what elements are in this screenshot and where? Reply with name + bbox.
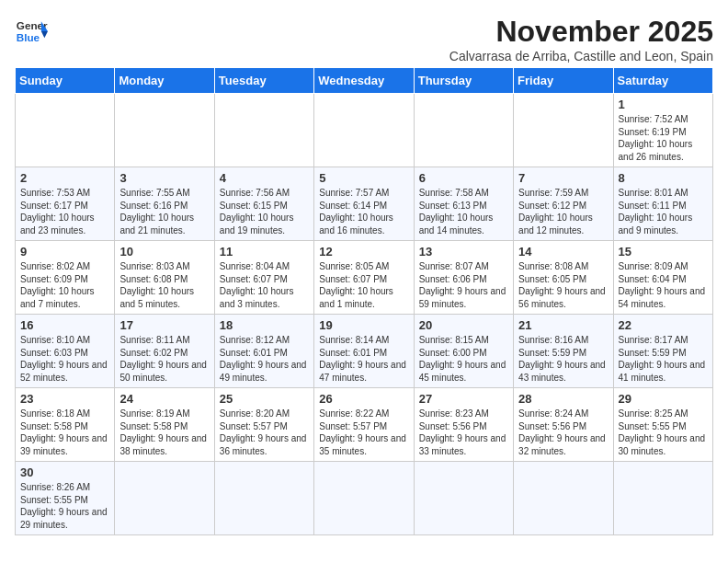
svg-marker-3 — [41, 31, 48, 38]
calendar-title: November 2025 — [449, 15, 713, 49]
day-cell: 2Sunrise: 7:53 AM Sunset: 6:17 PM Daylig… — [16, 167, 115, 241]
day-cell: 26Sunrise: 8:22 AM Sunset: 5:57 PM Dayli… — [314, 388, 414, 462]
day-cell: 27Sunrise: 8:23 AM Sunset: 5:56 PM Dayli… — [414, 388, 513, 462]
day-number: 24 — [119, 392, 209, 406]
week-row-2: 2Sunrise: 7:53 AM Sunset: 6:17 PM Daylig… — [16, 167, 713, 241]
day-info: Sunrise: 8:10 AM Sunset: 6:03 PM Dayligh… — [20, 334, 109, 384]
day-cell — [314, 94, 414, 167]
week-row-1: 1Sunrise: 7:52 AM Sunset: 6:19 PM Daylig… — [16, 94, 713, 167]
day-number: 23 — [20, 392, 109, 406]
day-cell: 7Sunrise: 7:59 AM Sunset: 6:12 PM Daylig… — [514, 167, 613, 241]
week-row-6: 30Sunrise: 8:26 AM Sunset: 5:55 PM Dayli… — [16, 462, 713, 535]
day-number: 30 — [20, 465, 109, 479]
day-info: Sunrise: 7:57 AM Sunset: 6:14 PM Dayligh… — [319, 187, 408, 236]
day-number: 15 — [619, 245, 708, 259]
column-header-sunday: Sunday — [16, 68, 115, 94]
day-info: Sunrise: 8:18 AM Sunset: 5:58 PM Dayligh… — [20, 408, 109, 457]
calendar-subtitle: Calvarrasa de Arriba, Castille and Leon,… — [449, 49, 713, 63]
day-number: 14 — [518, 245, 608, 259]
column-header-monday: Monday — [115, 68, 214, 94]
day-number: 11 — [220, 245, 309, 259]
week-row-4: 16Sunrise: 8:10 AM Sunset: 6:03 PM Dayli… — [16, 315, 713, 388]
day-info: Sunrise: 8:05 AM Sunset: 6:07 PM Dayligh… — [319, 260, 408, 310]
column-header-friday: Friday — [514, 68, 613, 94]
day-info: Sunrise: 7:58 AM Sunset: 6:13 PM Dayligh… — [419, 187, 508, 236]
day-info: Sunrise: 8:03 AM Sunset: 6:08 PM Dayligh… — [119, 260, 209, 310]
day-cell: 20Sunrise: 8:15 AM Sunset: 6:00 PM Dayli… — [414, 315, 513, 388]
day-number: 5 — [319, 171, 408, 185]
day-cell — [514, 462, 613, 535]
day-number: 2 — [20, 171, 109, 185]
day-cell: 10Sunrise: 8:03 AM Sunset: 6:08 PM Dayli… — [115, 241, 214, 315]
day-cell — [16, 94, 115, 167]
day-cell: 13Sunrise: 8:07 AM Sunset: 6:06 PM Dayli… — [414, 241, 513, 315]
logo: General Blue — [15, 15, 48, 48]
svg-text:Blue: Blue — [17, 31, 40, 43]
day-number: 7 — [518, 171, 608, 185]
day-info: Sunrise: 8:19 AM Sunset: 5:58 PM Dayligh… — [119, 408, 209, 457]
day-cell: 16Sunrise: 8:10 AM Sunset: 6:03 PM Dayli… — [16, 315, 115, 388]
day-info: Sunrise: 8:17 AM Sunset: 5:59 PM Dayligh… — [619, 334, 708, 384]
logo-icon: General Blue — [15, 15, 48, 48]
day-number: 22 — [619, 318, 708, 332]
day-info: Sunrise: 8:20 AM Sunset: 5:57 PM Dayligh… — [220, 408, 309, 457]
day-cell: 22Sunrise: 8:17 AM Sunset: 5:59 PM Dayli… — [613, 315, 712, 388]
day-info: Sunrise: 8:07 AM Sunset: 6:06 PM Dayligh… — [419, 260, 508, 310]
day-number: 4 — [220, 171, 309, 185]
day-cell: 17Sunrise: 8:11 AM Sunset: 6:02 PM Dayli… — [115, 315, 214, 388]
day-info: Sunrise: 7:56 AM Sunset: 6:15 PM Dayligh… — [220, 187, 309, 236]
day-info: Sunrise: 8:14 AM Sunset: 6:01 PM Dayligh… — [319, 334, 408, 384]
week-row-3: 9Sunrise: 8:02 AM Sunset: 6:09 PM Daylig… — [16, 241, 713, 315]
day-cell: 8Sunrise: 8:01 AM Sunset: 6:11 PM Daylig… — [613, 167, 712, 241]
day-info: Sunrise: 8:08 AM Sunset: 6:05 PM Dayligh… — [518, 260, 608, 310]
day-number: 13 — [419, 245, 508, 259]
day-cell: 11Sunrise: 8:04 AM Sunset: 6:07 PM Dayli… — [214, 241, 313, 315]
day-info: Sunrise: 8:24 AM Sunset: 5:56 PM Dayligh… — [518, 408, 608, 457]
day-number: 9 — [20, 245, 109, 259]
day-cell — [214, 94, 313, 167]
day-cell: 1Sunrise: 7:52 AM Sunset: 6:19 PM Daylig… — [613, 94, 712, 167]
column-header-saturday: Saturday — [613, 68, 712, 94]
day-cell — [414, 94, 513, 167]
day-cell — [214, 462, 313, 535]
day-number: 28 — [518, 392, 608, 406]
day-number: 19 — [319, 318, 408, 332]
day-number: 1 — [619, 98, 708, 111]
day-cell: 15Sunrise: 8:09 AM Sunset: 6:04 PM Dayli… — [613, 241, 712, 315]
day-info: Sunrise: 8:26 AM Sunset: 5:55 PM Dayligh… — [20, 481, 109, 531]
day-cell: 5Sunrise: 7:57 AM Sunset: 6:14 PM Daylig… — [314, 167, 414, 241]
day-number: 6 — [419, 171, 508, 185]
day-info: Sunrise: 7:55 AM Sunset: 6:16 PM Dayligh… — [119, 187, 209, 236]
day-info: Sunrise: 8:01 AM Sunset: 6:11 PM Dayligh… — [619, 187, 708, 236]
day-cell — [314, 462, 414, 535]
column-header-wednesday: Wednesday — [314, 68, 414, 94]
day-cell — [115, 94, 214, 167]
day-number: 26 — [319, 392, 408, 406]
day-number: 29 — [619, 392, 708, 406]
day-number: 17 — [119, 318, 209, 332]
day-cell: 18Sunrise: 8:12 AM Sunset: 6:01 PM Dayli… — [214, 315, 313, 388]
day-number: 18 — [220, 318, 309, 332]
day-info: Sunrise: 8:02 AM Sunset: 6:09 PM Dayligh… — [20, 260, 109, 310]
day-info: Sunrise: 8:23 AM Sunset: 5:56 PM Dayligh… — [419, 408, 508, 457]
day-cell: 28Sunrise: 8:24 AM Sunset: 5:56 PM Dayli… — [514, 388, 613, 462]
day-info: Sunrise: 8:25 AM Sunset: 5:55 PM Dayligh… — [619, 408, 708, 457]
day-cell: 4Sunrise: 7:56 AM Sunset: 6:15 PM Daylig… — [214, 167, 313, 241]
day-info: Sunrise: 8:15 AM Sunset: 6:00 PM Dayligh… — [419, 334, 508, 384]
day-cell — [414, 462, 513, 535]
day-number: 16 — [20, 318, 109, 332]
day-number: 21 — [518, 318, 608, 332]
header-row: SundayMondayTuesdayWednesdayThursdayFrid… — [16, 68, 713, 94]
day-info: Sunrise: 8:11 AM Sunset: 6:02 PM Dayligh… — [119, 334, 209, 384]
day-cell: 30Sunrise: 8:26 AM Sunset: 5:55 PM Dayli… — [16, 462, 115, 535]
day-number: 20 — [419, 318, 508, 332]
day-cell: 19Sunrise: 8:14 AM Sunset: 6:01 PM Dayli… — [314, 315, 414, 388]
day-info: Sunrise: 8:22 AM Sunset: 5:57 PM Dayligh… — [319, 408, 408, 457]
day-info: Sunrise: 8:12 AM Sunset: 6:01 PM Dayligh… — [220, 334, 309, 384]
day-cell — [613, 462, 712, 535]
day-number: 25 — [220, 392, 309, 406]
day-cell: 9Sunrise: 8:02 AM Sunset: 6:09 PM Daylig… — [16, 241, 115, 315]
day-cell — [115, 462, 214, 535]
day-cell: 29Sunrise: 8:25 AM Sunset: 5:55 PM Dayli… — [613, 388, 712, 462]
column-header-tuesday: Tuesday — [214, 68, 313, 94]
